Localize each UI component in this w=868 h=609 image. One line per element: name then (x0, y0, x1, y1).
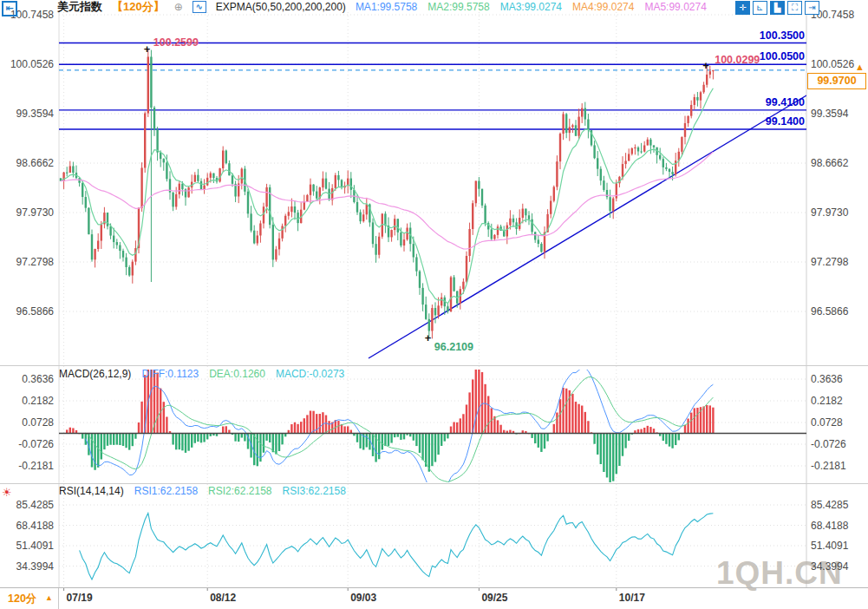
extreme-cross-marker: + (144, 45, 151, 54)
axis-label: 68.4188 (811, 520, 868, 532)
period-up-arrow-icon[interactable]: ▲ (45, 593, 53, 602)
ma-value: MA2:99.5758 (427, 1, 489, 13)
axis-label: -0.0726 (0, 438, 54, 450)
rsi-value: RSI1:62.2158 (134, 485, 198, 497)
alert-sun-icon[interactable]: ☀ (2, 486, 12, 499)
rsi-values: RSI1:62.2158RSI2:62.2158RSI3:62.2158 (134, 485, 346, 497)
date-tick-label: 09/25 (481, 592, 507, 604)
axis-label: 97.9730 (0, 206, 54, 219)
hline-label: 100.3500 (718, 29, 805, 42)
ma-value: MA1:99.5758 (356, 1, 417, 13)
chart-canvas[interactable] (0, 0, 868, 609)
extreme-price-label: 100.2599 (153, 36, 199, 49)
macd-title[interactable]: MACD(26,12,9) (59, 368, 131, 380)
symbol-title: 美元指数 (57, 0, 102, 15)
ma-value: MA4:99.0274 (572, 1, 634, 13)
extreme-price-label: 96.2109 (434, 341, 473, 353)
macd-values: DIFF:0.1123DEA:0.1260MACD:-0.0273 (141, 368, 344, 380)
macd-value: DEA:0.1260 (209, 368, 265, 380)
exit-chart-icon[interactable]: ⇥ (805, 1, 819, 15)
axis-label: 0.3636 (0, 373, 54, 385)
axis-label: 34.3994 (811, 560, 868, 573)
add-indicator-icon[interactable]: ⊕ (174, 1, 183, 13)
axis-label: 97.2798 (811, 256, 868, 268)
macd-header: MACD(26,12,9) DIFF:0.1123DEA:0.1260MACD:… (59, 368, 344, 380)
axis-scale-icon[interactable]: ⊾ (753, 1, 767, 15)
rsi-value: RSI2:62.2158 (208, 485, 271, 497)
collapse-panel-icon[interactable]: ⇤ (2, 1, 17, 16)
extreme-cross-marker: + (702, 62, 709, 70)
axis-label: 0.3636 (811, 373, 868, 385)
axis-label: 0.0728 (0, 416, 54, 429)
indicator-label[interactable]: EXPMA(50,50,200,200,200) (216, 1, 346, 13)
rsi-value: RSI3:62.2158 (283, 485, 346, 497)
axis-label: 85.4285 (0, 499, 54, 511)
hline-label: 99.1400 (718, 115, 805, 128)
axis-label: 0.0728 (811, 416, 868, 429)
axis-label: -0.2181 (0, 460, 54, 472)
ma-value: MA3:99.0274 (500, 1, 562, 13)
axis-label: 97.2798 (0, 256, 54, 268)
period-tag[interactable]: 【120分】 (112, 0, 165, 15)
axis-label: 85.4285 (811, 499, 868, 511)
period-selector[interactable]: 120分 (8, 592, 36, 606)
log-scale-icon[interactable]: ▙ (770, 1, 785, 15)
axis-label: 99.3594 (811, 108, 868, 120)
indicator-chart-icon[interactable]: ∿ (193, 1, 206, 13)
axis-label: 100.0526 (0, 58, 54, 70)
fullscreen-icon[interactable]: ⛶ (787, 1, 802, 15)
date-tick-label: 10/17 (619, 592, 645, 604)
extreme-cross-marker: + (425, 334, 432, 343)
date-tick-label: 07/19 (67, 592, 93, 604)
macd-value: MACD:-0.0273 (276, 368, 344, 380)
extreme-price-label: 100.0299 (715, 54, 760, 66)
axis-label: 97.9730 (811, 206, 868, 219)
macd-value: DIFF:0.1123 (141, 368, 199, 380)
axis-label: 51.4091 (811, 540, 868, 552)
footer-divider (0, 587, 868, 588)
axis-label: 98.6662 (811, 157, 868, 169)
current-price-box: 99.9700 (807, 73, 866, 89)
axis-label: 99.3594 (0, 108, 54, 120)
axis-label: -0.0726 (811, 438, 868, 450)
move-tool-icon[interactable]: ✛ (735, 1, 750, 15)
chart-header: 美元指数 【120分】 ⊕ ∿ EXPMA(50,50,200,200,200)… (57, 0, 707, 13)
date-tick-label: 09/03 (350, 592, 376, 604)
axis-label: 68.4188 (0, 520, 54, 532)
axis-label: 0.2182 (0, 395, 54, 407)
axis-label: 51.4091 (0, 540, 54, 552)
date-tick-label: 08/12 (210, 592, 236, 604)
axis-label: 0.2182 (811, 395, 868, 407)
axis-label: 96.5866 (0, 305, 54, 318)
axis-label: 96.5866 (811, 305, 868, 318)
chart-toolbar: ✛⊾▙⛶⇥ (735, 1, 819, 15)
rsi-title[interactable]: RSI(14,14,14) (59, 485, 124, 497)
axis-label: -0.2181 (811, 460, 868, 472)
ma-value: MA5:99.0274 (644, 1, 706, 13)
price-up-arrow-icon: ▲ (855, 62, 865, 72)
hline-label: 99.4100 (718, 96, 805, 108)
rsi-header: RSI(14,14,14) RSI1:62.2158RSI2:62.2158RS… (59, 485, 346, 497)
ma-values: MA1:99.5758MA2:99.5758MA3:99.0274MA4:99.… (356, 1, 707, 13)
chart-application: ⇤ 美元指数 【120分】 ⊕ ∿ EXPMA(50,50,200,200,20… (0, 0, 868, 609)
axis-label: 98.6662 (0, 157, 54, 169)
axis-label: 34.3994 (0, 560, 54, 573)
